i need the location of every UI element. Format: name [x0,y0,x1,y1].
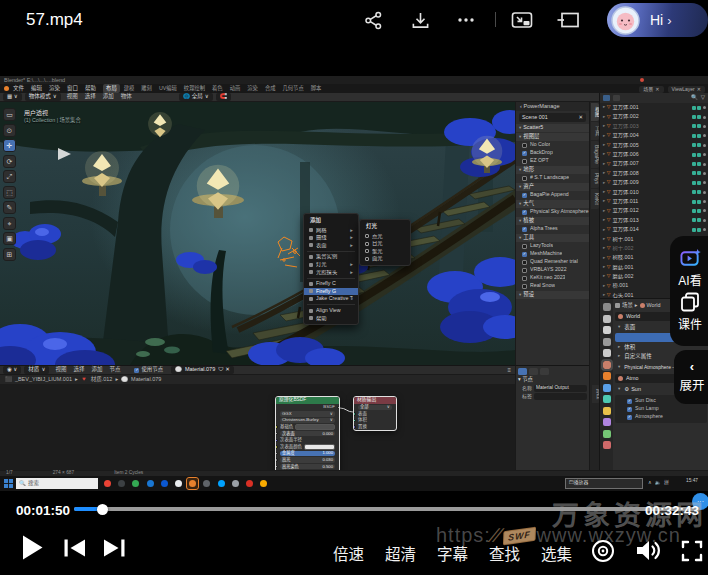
modifier-icon[interactable] [692,209,696,213]
tray-chevron-icon[interactable]: ∧ [648,480,652,485]
menu-item[interactable]: 渲染 [49,86,60,92]
user-avatar-button[interactable]: Hi › [607,3,708,37]
render-toggle-icon[interactable] [703,163,706,166]
checkbox[interactable]: ✓ [522,227,527,232]
panel-section-header[interactable]: ▾地形 [516,166,589,174]
context-menu-item[interactable]: 曲线▸ [304,234,358,242]
sun-check-row[interactable]: ✓Atmosphere [617,413,705,421]
previous-button[interactable] [62,539,88,557]
outliner-row[interactable]: ▸▽立方体.003 [600,122,708,131]
taskbar-app-icon[interactable] [116,478,127,489]
measure-tool[interactable]: ⌖ [3,217,16,230]
context-menu-item[interactable]: 集合实例 [304,253,358,261]
modifier-icon[interactable] [692,228,696,232]
viewport-3d[interactable]: ▭⊙✛⟳⤢⬚✎⌖▣⊞ 用户透视 (1) Collection | 场景集合 添加… [0,102,515,365]
properties-tab[interactable] [603,361,611,369]
render-toggle-icon[interactable] [703,191,706,194]
visibility-icon[interactable] [697,228,701,232]
mode-dropdown[interactable]: 物体模式 ∨ [25,93,61,101]
outliner-row[interactable]: ▸▽立方体.010 [600,188,708,197]
tray-ime-icon[interactable]: 拼 [664,480,669,485]
panel-section-header[interactable]: ▾植被 [516,217,589,225]
checkbox[interactable] [522,244,527,249]
outliner-row[interactable]: ▸▽立方体.005 [600,141,708,150]
visibility-icon[interactable] [697,115,701,119]
addon-row[interactable]: LazyTools [516,242,589,250]
context-menu-item[interactable]: 光照探头▸ [304,268,358,276]
workspace-tab[interactable]: 雕刻 [138,84,155,92]
properties-tab[interactable] [603,338,611,346]
shader-menu[interactable]: 节点 [109,367,120,373]
checkbox[interactable]: ✓ [522,210,527,215]
visibility-icon[interactable] [697,200,701,204]
addon-row[interactable]: EZ OPT [516,157,589,165]
modifier-icon[interactable] [692,181,696,185]
modifier-icon[interactable] [692,218,696,222]
node-canvas[interactable]: 原理化BSDF BSDF GGX∨Christensen-Burley∨基础色次… [0,384,515,471]
context-menu-item[interactable]: Jake Creative Toys [304,295,358,303]
visibility-icon[interactable] [697,171,701,175]
courseware-button[interactable]: 课件 [678,292,702,332]
node-row[interactable]: 高光染色0.500 [276,463,339,470]
taskbar-app-icon[interactable] [201,478,212,489]
move-tool[interactable]: ✛ [3,139,16,152]
node-row[interactable]: 高光0.030 [276,457,339,464]
workspace-tab[interactable]: 动画 [227,84,244,92]
visibility-icon[interactable] [697,218,701,222]
panel-section-header[interactable]: ▾预设 [516,291,589,299]
sidebar-tab[interactable]: BagaPie [591,141,599,168]
node-dropdown[interactable]: Christensen-Burley∨ [280,418,335,423]
node-row[interactable]: 次表面半径 [276,437,339,444]
taskbar-app-icon[interactable] [173,478,184,489]
viewport-menu[interactable]: 添加 [103,94,114,100]
node-row[interactable]: 金属度1.000 [276,450,339,457]
render-toggle-icon[interactable] [703,116,706,119]
context-menu-item[interactable]: Firefly G [304,288,358,296]
modifier-icon[interactable] [692,190,696,194]
workspace-tab[interactable]: 脚本 [308,84,325,92]
clear-icon[interactable]: ✕ [578,115,583,120]
control-quality-button[interactable]: 超清 [385,542,416,564]
render-toggle-icon[interactable] [703,209,706,212]
scene-chip[interactable]: 场景 ✕ [639,86,663,93]
checkbox[interactable] [522,276,527,281]
checkbox[interactable] [522,268,527,273]
addon-row[interactable]: KeKit neo 2023 [516,274,589,282]
taskbar-app-icon[interactable] [216,478,227,489]
add-cube-tool[interactable]: ▣ [3,232,16,245]
checkbox[interactable] [522,176,527,181]
node-section-label[interactable]: ▾ 节点 [518,377,587,382]
sidebar-tab[interactable]: 工具 [591,122,599,140]
text-field[interactable] [534,393,587,400]
sidebar-tab[interactable]: Phys [591,169,599,188]
context-submenu-item[interactable]: 点光 [360,233,410,241]
taskbar-app-icon[interactable] [145,478,156,489]
outliner-row[interactable]: ▸▽立方体.012 [600,206,708,215]
outliner-filter-icon[interactable] [613,95,620,101]
editor-type-button[interactable]: ▦ ∨ [3,93,22,101]
outliner-row[interactable]: ▸▽立方体.011 [600,197,708,206]
select-box-tool[interactable]: ▭ [3,108,16,121]
menu-item[interactable]: 文件 [13,86,24,92]
addon-row[interactable]: Real Snow [516,282,589,290]
panel-section-header[interactable]: ▾视图层 [516,133,589,141]
sidebar-panel-header[interactable]: ‹ PowerManage [516,102,589,111]
use-nodes-checkbox[interactable]: ✓使用节点 [134,367,163,372]
properties-tab[interactable] [603,372,611,380]
render-toggle-icon[interactable] [703,172,706,175]
taskbar-app-icon[interactable] [230,478,241,489]
workspace-tab[interactable]: 布局 [103,84,120,92]
active-task-button[interactable]: 🗔 播放器 [565,478,643,489]
viewport-menu[interactable]: 选择 [85,94,96,100]
taskbar-app-icon[interactable] [159,478,170,489]
checkbox[interactable]: ✓ [522,151,527,156]
context-menu-item[interactable]: Firefly C [304,280,358,288]
outliner-row[interactable]: ▸▽立方体.009 [600,178,708,187]
scale-tool[interactable]: ⤢ [3,170,16,183]
render-toggle-icon[interactable] [703,228,706,231]
extras-tool[interactable]: ⊞ [3,248,16,261]
panel-section-header[interactable]: ▾资产 [516,183,589,191]
checkbox[interactable] [522,260,527,265]
properties-tab[interactable] [603,303,611,311]
scene-field[interactable]: Scene 001✕ [519,113,586,122]
